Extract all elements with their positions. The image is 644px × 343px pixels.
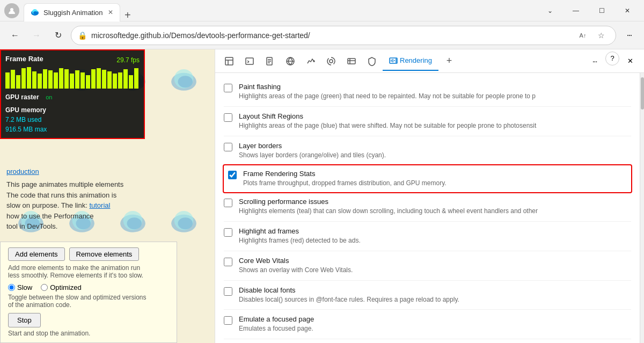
tab-security[interactable] [362,52,382,71]
checkbox-frame-rendering-stats[interactable] [228,171,237,179]
item-title-layer-borders: Layer borders [239,142,386,150]
back-button[interactable]: ← [6,27,24,44]
active-tab[interactable]: Sluggish Animation ✕ [24,3,120,21]
svg-rect-31 [246,58,253,64]
minimize-button[interactable]: — [564,2,588,19]
tab-close-button[interactable]: ✕ [108,9,113,16]
item-title-paint-flashing: Paint flashing [239,83,536,91]
fr-bar [80,72,85,89]
gpu-memory-label: GPU memory [5,106,46,114]
tab-favicon [31,8,39,17]
titlebar-controls: ⌄ — ☐ ✕ [538,2,640,19]
item-title-disable-local-fonts: Disable local fonts [239,286,459,294]
render-item: Paint flashingHighlights areas of the pa… [224,77,631,107]
fr-bar [75,70,79,89]
fr-bar [134,68,138,89]
fr-bar [43,69,47,89]
item-title-highlight-ad: Highlight ad frames [239,227,361,235]
tab-network[interactable] [281,52,300,71]
checkbox-highlight-ad[interactable] [224,228,232,237]
fr-bar [97,68,101,89]
frame-rate-title: Frame Rate [5,55,43,63]
devtools-tab-end: ··· ? ✕ [585,52,640,71]
fr-bar [102,70,106,89]
remove-elements-button[interactable]: Remove elements [69,247,140,261]
item-desc-layer-borders: Shows layer borders (orange/olive) and t… [239,151,386,160]
checkbox-scrolling-perf[interactable] [224,199,232,207]
stop-button[interactable]: Stop [8,313,41,327]
gpu-raster-label: GPU raster [5,93,39,101]
fr-bar [38,74,42,89]
devtools-help-button[interactable]: ? [605,52,619,65]
devtools-panel: Rendering + ··· ? ✕ Paint flashingHighli… [215,49,644,343]
tab-title: Sluggish Animation [43,9,103,17]
tab-performance[interactable] [301,52,320,71]
page-desc: This page animates multiple elements The… [6,179,208,232]
gpu-memory-section: GPU memory 7.2 MB used 916.5 MB max [5,105,140,134]
scrollbar-track[interactable] [640,73,644,343]
checkbox-core-web-vitals[interactable] [224,258,232,266]
svg-line-33 [247,62,249,63]
fr-bar [129,75,133,89]
more-button[interactable]: ··· [620,27,638,44]
fr-bar [5,72,10,89]
tab-sources[interactable] [260,52,280,71]
address-actions: A↑ ☆ [575,27,609,43]
chevron-down-button[interactable]: ⌄ [538,2,562,19]
item-desc-frame-rendering-stats: Plots frame throughput, dropped frames d… [243,179,447,188]
forward-button[interactable]: → [28,27,45,44]
favorite-button[interactable]: ☆ [593,27,609,43]
optimized-radio-label[interactable]: Optimized [41,283,82,291]
optimized-radio[interactable] [41,284,48,291]
bg-logo [169,65,199,95]
render-item: Layout Shift RegionsHighlights areas of … [224,107,631,136]
address-box[interactable]: 🔒 microsoftedge.github.io/Demos/devtools… [71,26,616,45]
checkbox-emulate-focused[interactable] [224,316,232,325]
devtools-more-button[interactable]: ··· [585,52,604,71]
tab-console[interactable] [240,52,259,71]
read-aloud-button[interactable]: A↑ [575,27,591,43]
fr-bar [113,74,117,89]
speed-controls: Slow Optimized [8,283,169,291]
render-item: Emulate a focused pageEmulates a focused… [224,310,631,339]
fr-bar [118,72,122,89]
add-tab-button[interactable]: + [440,52,459,71]
close-button[interactable]: ✕ [615,2,640,19]
profile-icon[interactable] [4,3,19,18]
item-desc-disable-local-fonts: Disables local() sources in @font-face r… [239,295,459,304]
fr-bar [54,72,58,89]
toolbar-end: ··· [620,27,638,44]
tab-elements[interactable] [219,52,239,71]
gpu-raster-value: on [46,94,52,100]
item-title-core-web-vitals: Core Web Vitals [239,257,353,265]
svg-point-15 [178,76,193,87]
page-text-area: production This page animates multiple e… [0,162,215,236]
fr-bar [21,68,26,89]
page-link[interactable]: production [6,167,39,176]
checkbox-layer-borders[interactable] [224,143,232,151]
devtools-close-button[interactable]: ✕ [620,52,640,71]
svg-point-40 [313,61,314,62]
checkbox-paint-flashing[interactable] [224,84,232,92]
tab-rendering-active[interactable]: Rendering [383,52,438,71]
refresh-button[interactable]: ↻ [49,27,67,44]
item-title-frame-rendering-stats: Frame Rendering Stats [243,170,447,178]
fr-bar [48,70,53,89]
checkbox-layout-shift[interactable] [224,113,232,122]
tab-application[interactable] [342,52,361,71]
titlebar-left [4,3,19,18]
fr-bar [32,71,36,89]
item-desc-highlight-ad: Highlights frames (red) detected to be a… [239,236,361,245]
tab-bar: Sluggish Animation ✕ + [19,0,538,21]
add-elements-button[interactable]: Add elements [8,247,65,261]
gpu-memory-used: 7.2 MB used [5,116,41,123]
slow-radio-label[interactable]: Slow [8,283,32,291]
new-tab-button[interactable]: + [120,9,135,21]
svg-point-41 [330,60,333,63]
slow-radio[interactable] [8,284,15,291]
maximize-button[interactable]: ☐ [589,2,614,19]
tab-memory[interactable] [321,52,341,71]
element-controls: Add elements Remove elements [8,247,169,261]
tab-rendering-label: Rendering [400,56,432,64]
checkbox-disable-local-fonts[interactable] [224,287,232,296]
